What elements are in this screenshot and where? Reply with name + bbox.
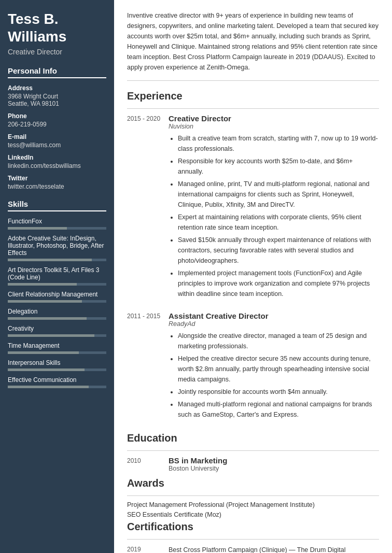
experience-entry: 2011 - 2015Assistant Creative DirectorRe…: [127, 311, 379, 422]
skill-item: Client Relationship Management: [8, 291, 106, 303]
bullet-item: Saved $150k annually through expert main…: [178, 235, 379, 266]
school-name: Boston University: [169, 465, 379, 472]
skill-name: FunctionFox: [8, 218, 106, 225]
skill-name: Time Management: [8, 342, 106, 349]
skill-bar-fill: [8, 334, 94, 337]
bullet-item: Managed online, print, TV and multi-plat…: [178, 179, 379, 210]
certification-date: 2019: [127, 545, 169, 553]
candidate-title: Creative Director: [8, 48, 106, 56]
skills-heading: Skills: [8, 200, 106, 211]
skill-item: Time Management: [8, 342, 106, 354]
experience-heading: Experience: [127, 90, 379, 102]
company-name: Nuvision: [169, 123, 379, 130]
skill-bar-fill: [8, 368, 85, 371]
twitter-label: Twitter: [8, 175, 106, 182]
skill-bar-fill: [8, 259, 92, 261]
experience-bullets: Built a creative team from scratch, star…: [169, 133, 379, 299]
education-heading: Education: [127, 432, 379, 444]
certifications-divider: [127, 539, 379, 540]
bullet-item: Expert at maintaining relations with cor…: [178, 212, 379, 233]
skills-list: FunctionFoxAdobe Creative Suite: InDesig…: [8, 218, 106, 388]
experience-date: 2011 - 2015: [127, 311, 169, 422]
skill-item: Effective Communication: [8, 376, 106, 388]
awards-divider: [127, 495, 379, 496]
skill-bar-background: [8, 334, 106, 337]
main-content: Inventive creative director with 9+ year…: [114, 0, 392, 553]
skill-name: Adobe Creative Suite: InDesign, Illustra…: [8, 235, 106, 257]
experience-content: Assistant Creative DirectorReadyAdAlongs…: [169, 311, 379, 422]
education-entry: 2010BS in MarketingBoston University: [127, 456, 379, 472]
skill-bar-fill: [8, 300, 82, 303]
skill-item: Delegation: [8, 308, 106, 320]
sidebar: Tess B. Williams Creative Director Perso…: [0, 0, 114, 553]
experience-bullets: Alongside the creative director, managed…: [169, 331, 379, 420]
experience-list: 2015 - 2020Creative DirectorNuvisionBuil…: [127, 114, 379, 422]
awards-heading: Awards: [127, 477, 379, 489]
experience-divider: [127, 108, 379, 109]
skill-bar-background: [8, 351, 106, 354]
skill-name: Delegation: [8, 308, 106, 315]
linkedin-value: linkedin.com/tessbwilliams: [8, 162, 106, 169]
award-item: SEO Essentials Certificate (Moz): [127, 511, 379, 518]
skill-item: Art Directors Toolkit 5i, Art Files 3 (C…: [8, 266, 106, 286]
experience-content: Creative DirectorNuvisionBuilt a creativ…: [169, 114, 379, 301]
skill-bar-background: [8, 283, 106, 286]
address-label: Address: [8, 84, 106, 92]
bullet-item: Implemented project management tools (Fu…: [178, 268, 379, 299]
education-content: BS in MarketingBoston University: [169, 456, 379, 472]
skill-bar-background: [8, 227, 106, 230]
skill-bar-background: [8, 259, 106, 261]
skill-name: Effective Communication: [8, 376, 106, 384]
address-line1: 3968 Wright Court: [8, 93, 106, 100]
certifications-list: 2019Best Cross Platform Campaign (Cliniq…: [127, 545, 379, 553]
skill-item: Creativity: [8, 325, 106, 337]
email-value: tess@williams.com: [8, 141, 106, 149]
bullet-item: Alongside the creative director, managed…: [178, 331, 379, 351]
certifications-heading: Certifications: [127, 521, 379, 533]
email-label: E-mail: [8, 133, 106, 140]
job-title: Assistant Creative Director: [169, 311, 379, 320]
skill-name: Interpersonal Skills: [8, 359, 106, 366]
candidate-name: Tess B. Williams: [8, 10, 106, 45]
skill-name: Creativity: [8, 325, 106, 332]
skill-bar-fill: [8, 283, 77, 286]
experience-date: 2015 - 2020: [127, 114, 169, 301]
education-divider: [127, 450, 379, 451]
skill-bar-fill: [8, 227, 67, 230]
bullet-item: Helped the creative director secure 35 n…: [178, 353, 379, 385]
bullet-item: Responsible for key accounts worth $25m …: [178, 156, 379, 177]
skill-bar-background: [8, 386, 106, 388]
skill-bar-background: [8, 300, 106, 303]
phone-value: 206-219-0599: [8, 121, 106, 128]
bullet-item: Jointly responsible for accounts worth $…: [178, 387, 379, 397]
skill-bar-background: [8, 317, 106, 320]
address-line2: Seattle, WA 98101: [8, 100, 106, 107]
degree-title: BS in Marketing: [169, 456, 379, 465]
job-title: Creative Director: [169, 114, 379, 123]
skill-name: Client Relationship Management: [8, 291, 106, 298]
linkedin-label: LinkedIn: [8, 154, 106, 161]
phone-label: Phone: [8, 112, 106, 120]
skill-item: Interpersonal Skills: [8, 359, 106, 371]
certification-entry: 2019Best Cross Platform Campaign (Cliniq…: [127, 545, 379, 553]
education-date: 2010: [127, 456, 169, 472]
company-name: ReadyAd: [169, 320, 379, 328]
twitter-value: twitter.com/tesselate: [8, 183, 106, 190]
awards-list: Project Management Professional (Project…: [127, 501, 379, 518]
skill-bar-fill: [8, 386, 89, 388]
skill-bar-background: [8, 368, 106, 371]
experience-entry: 2015 - 2020Creative DirectorNuvisionBuil…: [127, 114, 379, 301]
certification-text: Best Cross Platform Campaign (Clinique) …: [169, 545, 379, 553]
bullet-item: Managed multi-platform regional and nati…: [178, 399, 379, 420]
summary-text: Inventive creative director with 9+ year…: [127, 10, 379, 81]
personal-info-heading: Personal Info: [8, 66, 106, 78]
skill-bar-fill: [8, 317, 87, 320]
education-list: 2010BS in MarketingBoston University: [127, 456, 379, 472]
skill-name: Art Directors Toolkit 5i, Art Files 3 (C…: [8, 266, 106, 281]
skill-bar-fill: [8, 351, 79, 354]
skill-item: FunctionFox: [8, 218, 106, 230]
skill-item: Adobe Creative Suite: InDesign, Illustra…: [8, 235, 106, 261]
bullet-item: Built a creative team from scratch, star…: [178, 133, 379, 154]
award-item: Project Management Professional (Project…: [127, 501, 379, 508]
